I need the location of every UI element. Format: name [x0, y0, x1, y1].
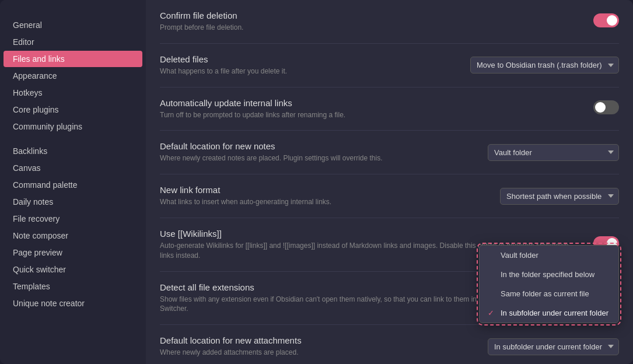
popup-item[interactable]: ✓In subfolder under current folder	[480, 303, 618, 323]
sidebar-item-file-recovery[interactable]: File recovery	[4, 211, 142, 227]
sidebar-item-canvas[interactable]: Canvas	[4, 160, 142, 176]
sidebar-item-daily-notes[interactable]: Daily notes	[4, 194, 142, 210]
toggle-confirm-file-deletion[interactable]	[593, 13, 619, 27]
dropdown-new-link-format[interactable]: Shortest path when possibleRelative path…	[500, 188, 619, 205]
setting-desc-confirm-file-deletion: Prompt before file deletion.	[160, 23, 579, 33]
setting-row-new-link-format: New link formatWhat links to insert when…	[160, 174, 619, 218]
sidebar-item-core-plugins[interactable]: Core plugins	[4, 102, 142, 118]
sidebar-item-templates[interactable]: Templates	[4, 278, 142, 295]
popup-item-label: In subfolder under current folder	[501, 309, 608, 317]
sidebar-item-command-palette[interactable]: Command palette	[4, 177, 142, 193]
attachment-location-dropdown-popup: Vault folderIn the folder specified belo…	[479, 245, 619, 323]
settings-modal: GeneralEditorFiles and linksAppearanceHo…	[0, 0, 633, 364]
sidebar-item-page-preview[interactable]: Page preview	[4, 244, 142, 261]
setting-desc-auto-update-links: Turn off to be prompted to update links …	[160, 110, 579, 120]
setting-desc-default-location-notes: Where newly created notes are placed. Pl…	[160, 153, 474, 163]
sidebar-item-files-and-links[interactable]: Files and links	[4, 51, 142, 67]
setting-title-use-wikilinks: Use [[Wikilinks]]	[160, 229, 579, 239]
setting-title-new-link-format: New link format	[160, 185, 486, 195]
popup-item[interactable]: Same folder as current file	[480, 284, 618, 303]
popup-item-label: Vault folder	[501, 251, 538, 260]
setting-desc-default-location-attachments: Where newly added attachments are placed…	[160, 348, 474, 358]
dropdown-default-location-notes[interactable]: Vault folderIn the folder specified belo…	[488, 144, 619, 161]
sidebar-item-general[interactable]: General	[4, 17, 142, 33]
popup-item[interactable]: Vault folder	[480, 246, 618, 265]
modal-body: GeneralEditorFiles and linksAppearanceHo…	[0, 0, 633, 364]
setting-desc-new-link-format: What links to insert when auto-generatin…	[160, 197, 486, 207]
sidebar-item-note-composer[interactable]: Note composer	[4, 228, 142, 244]
main-content: Confirm file deletionPrompt before file …	[146, 0, 633, 364]
setting-row-default-location-attachments: Default location for new attachmentsWher…	[160, 325, 619, 364]
popup-item-label: Same folder as current file	[501, 289, 589, 298]
sidebar-item-community-plugins[interactable]: Community plugins	[4, 118, 142, 135]
setting-title-deleted-files: Deleted files	[160, 54, 456, 64]
setting-title-confirm-file-deletion: Confirm file deletion	[160, 10, 579, 20]
sidebar-section-core-plugins	[0, 135, 146, 142]
sidebar-item-hotkeys[interactable]: Hotkeys	[4, 85, 142, 101]
setting-row-deleted-files: Deleted filesWhat happens to a file afte…	[160, 44, 619, 88]
sidebar-item-editor[interactable]: Editor	[4, 34, 142, 50]
setting-row-confirm-file-deletion: Confirm file deletionPrompt before file …	[160, 0, 619, 44]
setting-row-auto-update-links: Automatically update internal linksTurn …	[160, 88, 619, 131]
popup-item-label: In the folder specified below	[501, 270, 594, 279]
popup-item[interactable]: In the folder specified below	[480, 265, 618, 284]
setting-title-default-location-attachments: Default location for new attachments	[160, 335, 474, 345]
setting-row-default-location-notes: Default location for new notesWhere newl…	[160, 131, 619, 174]
sidebar-item-backlinks[interactable]: Backlinks	[4, 143, 142, 159]
setting-title-auto-update-links: Automatically update internal links	[160, 98, 579, 108]
toggle-auto-update-links[interactable]	[593, 100, 619, 114]
sidebar-item-quick-switcher[interactable]: Quick switcher	[4, 261, 142, 278]
sidebar-item-appearance[interactable]: Appearance	[4, 68, 142, 84]
sidebar-section-options	[0, 9, 146, 16]
sidebar-item-unique-note-creator[interactable]: Unique note creator	[4, 295, 142, 312]
dropdown-deleted-files[interactable]: Move to Obsidian trash (.trash folder)Mo…	[470, 57, 619, 74]
sidebar: GeneralEditorFiles and linksAppearanceHo…	[0, 0, 146, 364]
setting-title-default-location-notes: Default location for new notes	[160, 141, 474, 151]
dropdown-default-location-attachments[interactable]: Vault folderIn the folder specified belo…	[488, 338, 619, 355]
setting-desc-deleted-files: What happens to a file after you delete …	[160, 66, 456, 76]
checkmark-icon: ✓	[488, 309, 496, 317]
